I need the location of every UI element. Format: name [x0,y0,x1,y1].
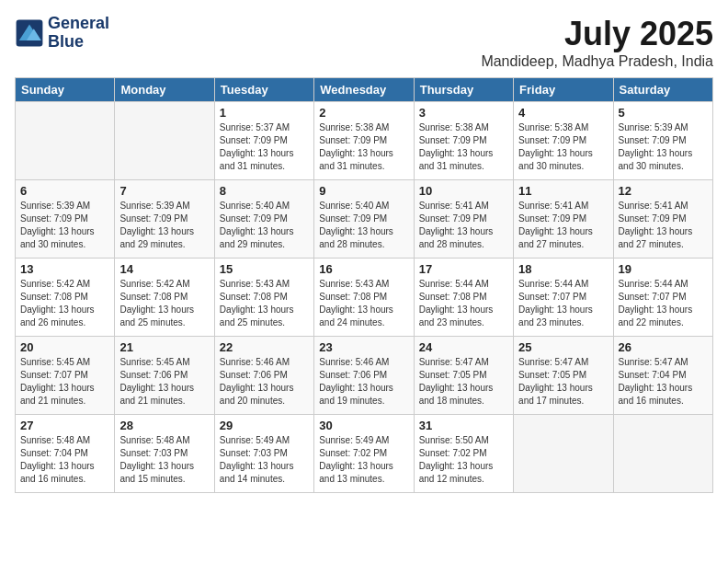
calendar-cell: 14Sunrise: 5:42 AM Sunset: 7:08 PM Dayli… [115,259,214,337]
day-detail: Sunrise: 5:38 AM Sunset: 7:09 PM Dayligh… [319,121,408,173]
calendar-week-row: 20Sunrise: 5:45 AM Sunset: 7:07 PM Dayli… [16,337,713,415]
day-number: 5 [619,106,708,120]
calendar-header-row: SundayMondayTuesdayWednesdayThursdayFrid… [16,78,713,102]
calendar-cell: 9Sunrise: 5:40 AM Sunset: 7:09 PM Daylig… [314,180,414,259]
weekday-header: Monday [115,78,214,102]
day-detail: Sunrise: 5:40 AM Sunset: 7:09 PM Dayligh… [220,200,309,251]
day-detail: Sunrise: 5:47 AM Sunset: 7:04 PM Dayligh… [619,356,708,408]
calendar-body: 1Sunrise: 5:37 AM Sunset: 7:09 PM Daylig… [16,102,713,493]
calendar-cell: 12Sunrise: 5:41 AM Sunset: 7:09 PM Dayli… [613,180,712,259]
calendar-cell: 22Sunrise: 5:46 AM Sunset: 7:06 PM Dayli… [214,337,313,415]
day-number: 29 [220,419,309,432]
day-detail: Sunrise: 5:39 AM Sunset: 7:09 PM Dayligh… [619,121,708,173]
day-number: 3 [419,106,508,120]
calendar-cell: 5Sunrise: 5:39 AM Sunset: 7:09 PM Daylig… [613,102,712,180]
weekday-header: Wednesday [314,78,414,102]
calendar-cell: 11Sunrise: 5:41 AM Sunset: 7:09 PM Dayli… [514,180,613,259]
day-detail: Sunrise: 5:41 AM Sunset: 7:09 PM Dayligh… [419,200,508,251]
location-title: Mandideep, Madhya Pradesh, India [481,53,713,70]
month-title: July 2025 [481,15,713,53]
weekday-header: Tuesday [214,78,313,102]
day-detail: Sunrise: 5:49 AM Sunset: 7:02 PM Dayligh… [319,434,408,486]
calendar-cell: 19Sunrise: 5:44 AM Sunset: 7:07 PM Dayli… [613,259,712,337]
day-number: 14 [119,262,209,276]
day-detail: Sunrise: 5:44 AM Sunset: 7:07 PM Dayligh… [619,278,708,329]
day-detail: Sunrise: 5:46 AM Sunset: 7:06 PM Dayligh… [220,356,309,408]
day-number: 13 [20,262,109,276]
day-number: 22 [220,340,309,354]
day-detail: Sunrise: 5:44 AM Sunset: 7:08 PM Dayligh… [419,278,508,329]
calendar-week-row: 13Sunrise: 5:42 AM Sunset: 7:08 PM Dayli… [16,259,713,337]
calendar-cell: 8Sunrise: 5:40 AM Sunset: 7:09 PM Daylig… [214,180,313,259]
day-number: 7 [119,184,209,198]
day-detail: Sunrise: 5:43 AM Sunset: 7:08 PM Dayligh… [220,278,309,329]
day-number: 2 [319,106,408,120]
day-number: 23 [319,340,408,354]
calendar-cell: 23Sunrise: 5:46 AM Sunset: 7:06 PM Dayli… [314,337,414,415]
day-number: 8 [220,184,309,198]
day-number: 24 [419,340,508,354]
day-detail: Sunrise: 5:48 AM Sunset: 7:04 PM Dayligh… [20,434,109,486]
day-number: 1 [220,106,309,120]
calendar-cell: 16Sunrise: 5:43 AM Sunset: 7:08 PM Dayli… [314,259,414,337]
day-detail: Sunrise: 5:42 AM Sunset: 7:08 PM Dayligh… [119,278,209,329]
day-number: 27 [20,419,109,432]
day-number: 28 [119,419,209,432]
day-number: 17 [419,262,508,276]
day-number: 25 [518,340,608,354]
day-number: 12 [619,184,708,198]
calendar-week-row: 6Sunrise: 5:39 AM Sunset: 7:09 PM Daylig… [16,180,713,259]
calendar-cell: 17Sunrise: 5:44 AM Sunset: 7:08 PM Dayli… [414,259,513,337]
day-number: 26 [619,340,708,354]
calendar-cell [514,415,613,493]
day-number: 21 [119,340,209,354]
calendar-cell: 29Sunrise: 5:49 AM Sunset: 7:03 PM Dayli… [214,415,313,493]
day-detail: Sunrise: 5:38 AM Sunset: 7:09 PM Dayligh… [518,121,608,173]
day-detail: Sunrise: 5:40 AM Sunset: 7:09 PM Dayligh… [319,200,408,251]
day-number: 9 [319,184,408,198]
day-number: 18 [518,262,608,276]
day-number: 20 [20,340,109,354]
weekday-header: Saturday [613,78,712,102]
day-detail: Sunrise: 5:43 AM Sunset: 7:08 PM Dayligh… [319,278,408,329]
calendar-cell: 15Sunrise: 5:43 AM Sunset: 7:08 PM Dayli… [214,259,313,337]
day-detail: Sunrise: 5:46 AM Sunset: 7:06 PM Dayligh… [319,356,408,408]
calendar-cell: 10Sunrise: 5:41 AM Sunset: 7:09 PM Dayli… [414,180,513,259]
calendar-cell [115,102,214,180]
day-number: 16 [319,262,408,276]
calendar-cell: 21Sunrise: 5:45 AM Sunset: 7:06 PM Dayli… [115,337,214,415]
weekday-header: Thursday [414,78,513,102]
calendar-cell: 27Sunrise: 5:48 AM Sunset: 7:04 PM Dayli… [16,415,115,493]
calendar-cell: 1Sunrise: 5:37 AM Sunset: 7:09 PM Daylig… [214,102,313,180]
logo-text: General Blue [48,15,109,52]
calendar-cell: 24Sunrise: 5:47 AM Sunset: 7:05 PM Dayli… [414,337,513,415]
calendar-cell: 18Sunrise: 5:44 AM Sunset: 7:07 PM Dayli… [514,259,613,337]
weekday-header: Sunday [16,78,115,102]
calendar-table: SundayMondayTuesdayWednesdayThursdayFrid… [15,77,713,493]
day-number: 4 [518,106,608,120]
calendar-cell: 3Sunrise: 5:38 AM Sunset: 7:09 PM Daylig… [414,102,513,180]
day-detail: Sunrise: 5:39 AM Sunset: 7:09 PM Dayligh… [20,200,109,251]
calendar-cell [16,102,115,180]
day-detail: Sunrise: 5:39 AM Sunset: 7:09 PM Dayligh… [119,200,209,251]
day-number: 10 [419,184,508,198]
day-detail: Sunrise: 5:45 AM Sunset: 7:07 PM Dayligh… [20,356,109,408]
day-detail: Sunrise: 5:48 AM Sunset: 7:03 PM Dayligh… [119,434,209,486]
calendar-cell: 2Sunrise: 5:38 AM Sunset: 7:09 PM Daylig… [314,102,414,180]
day-number: 11 [518,184,608,198]
day-detail: Sunrise: 5:44 AM Sunset: 7:07 PM Dayligh… [518,278,608,329]
day-detail: Sunrise: 5:45 AM Sunset: 7:06 PM Dayligh… [119,356,209,408]
day-detail: Sunrise: 5:47 AM Sunset: 7:05 PM Dayligh… [419,356,508,408]
weekday-header: Friday [514,78,613,102]
day-number: 30 [319,419,408,432]
calendar-cell: 4Sunrise: 5:38 AM Sunset: 7:09 PM Daylig… [514,102,613,180]
calendar-week-row: 1Sunrise: 5:37 AM Sunset: 7:09 PM Daylig… [16,102,713,180]
day-detail: Sunrise: 5:47 AM Sunset: 7:05 PM Dayligh… [518,356,608,408]
logo-icon [15,18,44,48]
day-detail: Sunrise: 5:37 AM Sunset: 7:09 PM Dayligh… [220,121,309,173]
logo: General Blue [15,15,109,52]
day-detail: Sunrise: 5:49 AM Sunset: 7:03 PM Dayligh… [220,434,309,486]
day-detail: Sunrise: 5:38 AM Sunset: 7:09 PM Dayligh… [419,121,508,173]
calendar-cell: 30Sunrise: 5:49 AM Sunset: 7:02 PM Dayli… [314,415,414,493]
calendar-cell: 13Sunrise: 5:42 AM Sunset: 7:08 PM Dayli… [16,259,115,337]
